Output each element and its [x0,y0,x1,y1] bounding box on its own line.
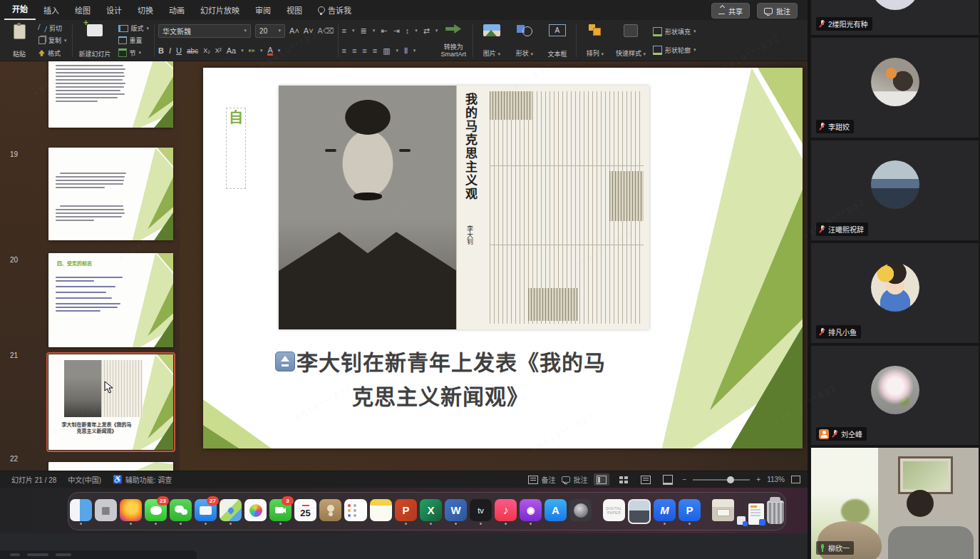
highlight-color-button[interactable]: ✏ [249,46,255,56]
dock-excel[interactable]: X [420,497,442,525]
dock-podcasts[interactable]: ◉ [520,497,542,525]
align-left-button[interactable]: ≡ [342,46,346,55]
thumbnail-slide-21-selected[interactable]: 李大钊在新青年上发表《我的马 克思主义新闻观》 [48,354,173,450]
participant-tile-6-video[interactable]: 柳欣一 [811,448,979,559]
font-color-button[interactable]: A [267,46,272,56]
italic-button[interactable]: I [169,46,171,55]
dock-maps[interactable] [220,497,242,525]
align-center-button[interactable]: ≡ [352,46,356,55]
indent-button[interactable]: ⇥ [393,26,399,36]
participant-tile-1[interactable]: 2缕阳光有种 [811,0,979,35]
copy-button[interactable]: 复制▾ [37,36,68,45]
tab-review[interactable]: 审阅 [247,1,279,20]
dock-wechat[interactable] [170,497,192,525]
dock-firefox[interactable] [120,497,142,525]
dock-launchpad[interactable]: ▦ [95,497,117,525]
dock-archive-package[interactable] [712,497,734,525]
dock-facetime[interactable]: 3 [269,497,292,525]
comments-toggle-button[interactable]: 批注 [562,474,587,485]
fit-to-window-button[interactable] [791,476,800,483]
dock-mail[interactable]: 27 [195,497,217,525]
dock-calendar[interactable]: 25 [294,497,316,525]
thumbnail-slide-20[interactable]: 四、受奖的标志 [48,253,173,347]
zoom-level[interactable]: 113% [767,476,785,483]
dock-finder[interactable] [70,497,92,525]
numbering-button[interactable]: ≣ [360,26,366,36]
font-name-select[interactable]: 华文新魏▾ [158,24,251,38]
columns-button[interactable]: ▥ [383,46,390,56]
tab-draw[interactable]: 绘图 [67,1,98,20]
reset-button[interactable]: 重置 [117,36,151,45]
font-size-select[interactable]: 20▾ [255,24,285,38]
underline-button[interactable]: U [176,46,182,55]
outdent-button[interactable]: ⇤ [381,26,387,36]
slide-canvas[interactable]: 自 我的马克思主义观 李大钊 [180,61,808,471]
comments-button[interactable]: 批注 [757,3,798,19]
dock-reminders[interactable] [344,497,367,525]
normal-view-button[interactable] [594,473,609,486]
tab-home[interactable]: 开始 [4,0,36,20]
dock-apple-tv[interactable]: tv [470,497,492,525]
slideshow-button[interactable] [660,473,676,486]
zoom-slider[interactable] [693,479,750,481]
dock-photos[interactable] [244,497,267,525]
shrink-font-button[interactable]: A˅ [304,26,314,35]
grow-font-button[interactable]: A˄ [289,26,299,35]
justify-button[interactable]: ≡ [373,46,377,55]
tab-slideshow[interactable]: 幻灯片放映 [192,1,247,20]
text-direction-button[interactable]: ⇄ [423,26,430,36]
clear-format-button[interactable]: A⌫ [318,26,334,36]
tab-transitions[interactable]: 切换 [130,1,161,20]
dock-system-settings[interactable] [569,497,592,525]
insert-picture-button[interactable]: 图片 ▾ [477,22,507,59]
participant-tile-5[interactable]: 刘仝峰 [811,346,979,445]
align-right-button[interactable]: ≡ [362,46,366,55]
meeting-control-strip[interactable] [0,550,197,559]
shape-outline-button[interactable]: 形状轮廓▾ [651,46,698,55]
tab-design[interactable]: 设计 [98,1,130,20]
insert-shapes-button[interactable]: 形状 ▾ [510,22,540,59]
slide-21[interactable]: 自 我的马克思主义观 李大钊 [203,68,803,448]
cut-button[interactable]: 剪切 [37,24,68,33]
dock-app-store[interactable]: A [545,497,567,525]
participant-tile-4[interactable]: 排凡小鱼 [811,243,979,343]
slide-thumbnail-panel[interactable]: 19 20 四、受奖的标志 [0,61,180,471]
tab-animations[interactable]: 动画 [161,1,192,20]
bold-button[interactable]: B [158,46,164,55]
dock-powerpoint[interactable]: P [395,497,417,525]
bullets-button[interactable]: ≡ [342,26,346,35]
dock-preview-thumbnail[interactable] [628,497,651,525]
subscript-button[interactable]: X₂ [203,47,210,54]
participant-tile-2[interactable]: 李甜姣 [811,38,979,138]
dock-contacts[interactable] [319,497,341,525]
dock-word[interactable]: W [445,497,467,525]
tab-insert[interactable]: 插入 [36,1,67,20]
vertical-text-placeholder[interactable]: 自 [226,108,246,189]
dock-digital-paper[interactable]: DIGITALPAPER [603,497,625,525]
tab-view[interactable]: 视图 [279,1,310,20]
dock-messages[interactable]: 23 [145,497,167,525]
reading-view-button[interactable] [638,473,654,486]
participant-tile-3[interactable]: 汪曦熙祝辞 [811,140,979,240]
zoom-slider-knob[interactable] [727,476,734,483]
format-painter-button[interactable]: 格式 [37,48,68,58]
dock-minimized-window-1[interactable] [737,501,746,530]
dock-minimized-window-2[interactable] [748,501,764,530]
change-case-button[interactable]: Aa [227,46,236,55]
strikethrough-button[interactable]: abc [187,47,198,55]
line-spacing-button[interactable]: ↕ [406,26,410,35]
language-indicator[interactable]: 中文(中国) [68,474,101,485]
thumbnail-slide-19[interactable] [48,148,173,240]
zoom-in-button[interactable]: + [756,476,760,483]
dock-notes[interactable] [370,497,392,525]
arrange-button[interactable]: 排列 ▾ [580,22,610,59]
thumbnail-slide-18[interactable] [48,61,173,128]
quick-styles-button[interactable]: 快速样式 ▾ [613,22,649,59]
notes-button[interactable]: 备注 [528,474,555,485]
slide-caption[interactable]: 李大钊在新青年上发表《我的马 克思主义新闻观》 [210,346,671,414]
align-text-button[interactable]: ⫴ [404,46,408,56]
tab-tell-me[interactable]: 告诉我 [310,1,359,20]
smartart-button[interactable]: 转换为SmartArt [438,22,469,59]
dock-trash[interactable] [767,497,784,525]
share-button[interactable]: 共享 [711,3,750,19]
